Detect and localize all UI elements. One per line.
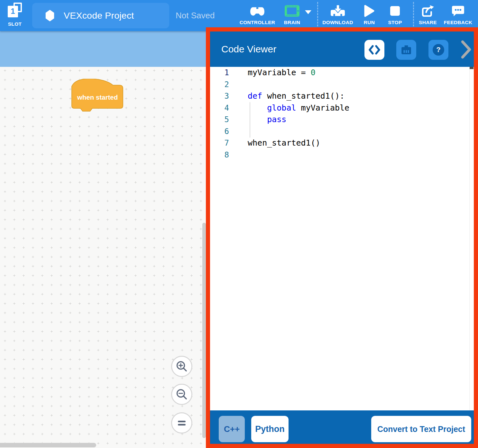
collapse-panel-chevron-right-icon[interactable]: [461, 40, 472, 59]
python-language-button[interactable]: Python: [251, 416, 289, 442]
vexcode-app: 1 SLOT VEXcode Project Not Saved CONTROL…: [0, 0, 478, 448]
line-number: 1: [210, 67, 229, 79]
top-toolbar: 1 SLOT VEXcode Project Not Saved CONTROL…: [0, 0, 478, 31]
line-number: 2: [210, 79, 229, 91]
code-view-toggle-button[interactable]: [364, 40, 384, 60]
brain-view-button[interactable]: [396, 40, 416, 60]
brain-caret-down-icon[interactable]: [305, 10, 311, 14]
code-line: 3def when_started1():: [210, 90, 474, 102]
line-number: 5: [210, 114, 229, 126]
feedback-icon: [438, 3, 478, 19]
block-canvas[interactable]: when started: [0, 67, 210, 448]
help-button[interactable]: ?: [428, 40, 448, 60]
zoom-reset-icon: [178, 419, 186, 427]
editor-scrollbar-thumb[interactable]: [470, 67, 473, 69]
code-line: 2: [210, 79, 474, 91]
cpp-language-button[interactable]: C++: [219, 416, 245, 442]
when-started-label: when started: [77, 94, 118, 101]
hexagon-icon: [45, 10, 55, 22]
slot-label: SLOT: [4, 21, 26, 27]
code-line: 7when_started1(): [210, 137, 474, 149]
code-viewer-footer: C++ Python Convert to Text Project: [210, 410, 474, 444]
slot-button[interactable]: 1 SLOT: [6, 2, 26, 30]
line-number: 8: [210, 149, 229, 161]
canvas-horizontal-scrollbar[interactable]: [0, 443, 96, 447]
line-number: 4: [210, 102, 229, 114]
line-number: 3: [210, 90, 229, 102]
convert-to-text-project-button[interactable]: Convert to Text Project: [371, 416, 471, 442]
canvas-header-band: [0, 31, 210, 67]
project-title-button[interactable]: VEXcode Project: [32, 3, 169, 28]
brain-device-icon: [400, 44, 412, 55]
help-icon: ?: [433, 44, 444, 56]
when-started-block[interactable]: when started: [71, 79, 124, 112]
canvas-vertical-scrollbar[interactable]: [202, 223, 206, 438]
code-icon: [369, 45, 380, 55]
code-viewer-header: Code Viewer ?: [210, 31, 474, 67]
zoom-out-icon: [176, 388, 188, 400]
code-editor[interactable]: 1myVariable = 023def when_started1():4 g…: [210, 67, 474, 410]
zoom-reset-button[interactable]: [171, 412, 192, 434]
zoom-in-button[interactable]: [171, 356, 192, 377]
brain-button[interactable]: BRAIN: [272, 3, 312, 30]
slot-icon: 1: [6, 2, 24, 19]
project-title: VEXcode Project: [64, 10, 134, 21]
feedback-button[interactable]: FEEDBACK: [438, 3, 478, 30]
code-line: 1myVariable = 0: [210, 67, 474, 79]
line-number: 6: [210, 126, 229, 138]
editor-scrollbar-track: [469, 67, 470, 410]
slot-number: 1: [8, 6, 18, 17]
indent-guide: [250, 102, 250, 138]
controller-button[interactable]: CONTROLLER: [237, 3, 277, 30]
line-number: 7: [210, 137, 229, 149]
save-status: Not Saved: [176, 0, 215, 31]
zoom-out-button[interactable]: [171, 384, 192, 405]
code-line: 8: [210, 149, 474, 161]
panel-title: Code Viewer: [221, 31, 276, 67]
code-viewer-panel: Code Viewer ?: [206, 27, 478, 448]
controller-icon: [237, 3, 277, 19]
zoom-in-icon: [176, 360, 188, 372]
